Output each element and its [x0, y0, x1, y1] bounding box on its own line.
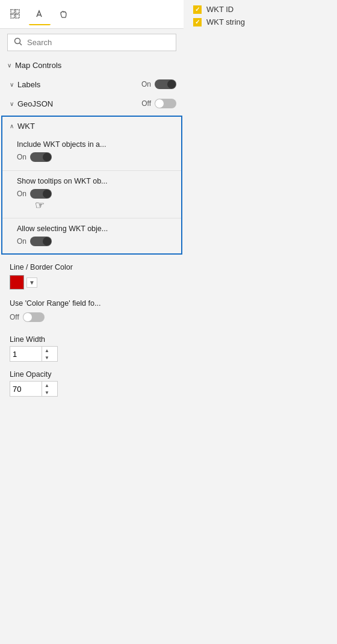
hand-icon[interactable]	[53, 4, 75, 25]
allow-selecting-toggle-row: On	[17, 235, 172, 251]
geojson-toggle-container: Off	[141, 99, 176, 108]
include-wkt-toggle-row: On	[17, 151, 172, 167]
labels-chevron[interactable]: ∨	[10, 81, 14, 88]
allow-selecting-label: Allow selecting WKT obje...	[17, 224, 172, 233]
wkt-label: WKT	[17, 122, 35, 131]
svg-rect-1	[16, 10, 19, 13]
include-wkt-toggle[interactable]	[30, 152, 52, 162]
map-controls-label: Map Controls	[15, 61, 61, 70]
paint-icon[interactable]	[29, 4, 51, 25]
search-icon	[14, 37, 22, 48]
wkt-string-label: WKT string	[206, 17, 245, 26]
allow-selecting-item: Allow selecting WKT obje... On	[2, 220, 181, 253]
wkt-header[interactable]: ∧ WKT	[2, 117, 181, 135]
geojson-label: GeoJSON	[17, 99, 53, 108]
cursor-hand-icon: ☞	[35, 199, 45, 212]
grid-icon[interactable]	[5, 4, 26, 25]
search-bar[interactable]	[7, 34, 176, 51]
map-controls-header[interactable]: ∨ Map Controls	[0, 56, 184, 75]
show-tooltips-label: Show tooltips on WKT ob...	[17, 177, 172, 185]
svg-point-4	[15, 39, 20, 44]
color-range-toggle-text: Off	[10, 313, 19, 321]
color-range-toggle[interactable]	[23, 312, 45, 322]
color-box[interactable]	[10, 275, 24, 289]
geojson-row: ∨ GeoJSON Off	[0, 94, 184, 113]
color-range-toggle-row: Off	[10, 311, 176, 327]
geojson-toggle[interactable]	[155, 99, 176, 108]
line-opacity-label: Line Opacity	[10, 370, 176, 379]
line-opacity-input-container: ▲ ▼	[10, 381, 58, 397]
wkt-string-checkbox-item: WKT string	[193, 17, 327, 26]
wkt-id-checkbox[interactable]	[193, 5, 202, 14]
line-width-section: Line Width ▲ ▼	[0, 330, 184, 365]
geojson-chevron[interactable]: ∨	[10, 101, 14, 107]
labels-toggle-container: On	[141, 79, 176, 89]
show-tooltips-toggle[interactable]: ☞	[30, 189, 52, 199]
wkt-chevron: ∧	[10, 123, 14, 129]
line-width-up-button[interactable]: ▲	[42, 347, 52, 354]
geojson-toggle-text: Off	[141, 99, 151, 108]
color-range-section: Use 'Color Range' field fo... Off	[0, 293, 184, 330]
color-dropdown-button[interactable]: ▼	[26, 277, 37, 288]
wkt-id-checkbox-item: WKT ID	[193, 5, 327, 14]
show-tooltips-item: Show tooltips on WKT ob... On ☞	[2, 172, 181, 206]
include-wkt-item: Include WKT objects in a... On	[2, 135, 181, 169]
line-width-down-button[interactable]: ▼	[42, 354, 52, 361]
include-wkt-label: Include WKT objects in a...	[17, 140, 172, 149]
line-opacity-down-button[interactable]: ▼	[42, 389, 52, 396]
wkt-section: ∧ WKT Include WKT objects in a... On	[1, 116, 182, 255]
color-picker-row: ▼	[10, 275, 176, 289]
toolbar-icons	[5, 0, 75, 28]
line-width-input-container: ▲ ▼	[10, 346, 58, 362]
labels-row: ∨ Labels On	[0, 75, 184, 94]
line-border-color-label: Line / Border Color	[10, 263, 176, 271]
allow-selecting-toggle[interactable]	[30, 237, 52, 246]
line-width-label: Line Width	[10, 335, 176, 344]
show-tooltips-toggle-text: On	[17, 190, 26, 198]
wkt-string-checkbox[interactable]	[193, 18, 202, 26]
wkt-id-label: WKT ID	[206, 5, 233, 14]
labels-toggle[interactable]	[155, 79, 176, 89]
color-range-label: Use 'Color Range' field fo...	[10, 299, 176, 308]
line-width-spinners: ▲ ▼	[42, 347, 52, 361]
allow-selecting-toggle-text: On	[17, 237, 26, 246]
line-opacity-up-button[interactable]: ▲	[42, 382, 52, 389]
svg-rect-0	[11, 10, 14, 13]
svg-rect-2	[11, 14, 14, 18]
include-wkt-toggle-text: On	[17, 153, 26, 161]
labels-label: Labels	[17, 80, 40, 89]
show-tooltips-toggle-row: On ☞	[17, 188, 172, 203]
labels-toggle-text: On	[141, 80, 151, 88]
svg-line-5	[20, 43, 22, 46]
svg-rect-3	[16, 14, 19, 18]
line-opacity-section: Line Opacity ▲ ▼	[0, 365, 184, 400]
search-input[interactable]	[27, 38, 170, 47]
line-opacity-spinners: ▲ ▼	[42, 382, 52, 396]
line-width-input[interactable]	[10, 348, 42, 360]
line-border-color-section: Line / Border Color ▼	[0, 257, 184, 293]
map-controls-chevron: ∨	[7, 62, 11, 69]
right-panel: WKT ID WKT string	[184, 0, 337, 602]
line-opacity-input[interactable]	[10, 383, 42, 395]
